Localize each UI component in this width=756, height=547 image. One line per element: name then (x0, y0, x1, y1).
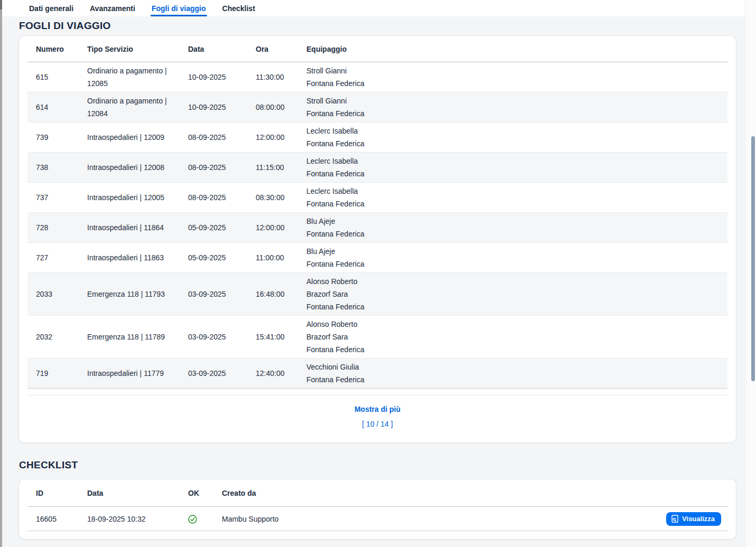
cell-data: 10-09-2025 (180, 62, 247, 92)
crew-member: Fontana Federica (306, 228, 723, 240)
cell-tipo-servizio: Ordinario a pagamento | 12085 (79, 62, 180, 92)
creato-da-text: Mambu Supporto (222, 513, 278, 525)
tab-dati-generali[interactable]: Dati generali (29, 0, 73, 16)
table-row[interactable]: 738 Intraospedalieri | 12008 08-09-2025 … (27, 152, 727, 182)
tab-avanzamenti[interactable]: Avanzamenti (90, 0, 135, 16)
cell-numero: 728 (27, 212, 79, 242)
col-header-tipo-servizio: Tipo Servizio (79, 36, 180, 62)
cell-numero: 738 (27, 152, 79, 182)
crew-member: Fontana Federica (306, 343, 723, 356)
checklist-card: ID Data OK Creato da 16605 18-09-2025 10… (19, 479, 736, 540)
pagination-count: [ 10 / 14 ] (27, 420, 727, 428)
crew-member: Alonso Roberto (306, 275, 723, 288)
crew-member: Leclerc Isabella (306, 125, 723, 137)
table-row[interactable]: 2032 Emergenza 118 | 11789 03-09-2025 15… (27, 315, 727, 358)
show-more-button[interactable]: Mostra di più (354, 405, 400, 413)
table-row[interactable]: 614 Ordinario a pagamento | 12084 10-09-… (27, 92, 727, 122)
cell-checklist-data: 18-09-2025 10:32 (79, 507, 180, 531)
cell-ora: 15:41:00 (247, 315, 298, 358)
cell-equipaggio: Stroll GianniFontana Federica (298, 62, 727, 92)
crew-member: Blu Ajeje (306, 245, 723, 258)
cell-checklist-id: 16605 (27, 507, 79, 531)
cell-tipo-servizio: Emergenza 118 | 11789 (79, 315, 180, 358)
fogli-table: Numero Tipo Servizio Data Ora Equipaggio… (27, 36, 727, 389)
table-row[interactable]: 719 Intraospedalieri | 11779 03-09-2025 … (27, 358, 727, 388)
cell-numero: 2033 (27, 272, 79, 315)
table-row[interactable]: 737 Intraospedalieri | 12005 08-09-2025 … (27, 182, 727, 212)
cell-equipaggio: Blu AjejeFontana Federica (298, 212, 727, 242)
cell-ora: 12:00:00 (247, 122, 298, 152)
fogli-section-title: FOGLI DI VIAGGIO (19, 20, 745, 32)
col-header-ok: OK (180, 479, 213, 507)
crew-member: Fontana Federica (306, 197, 723, 210)
tab-bar: Dati generali Avanzamenti Fogli di viagg… (2, 0, 745, 16)
fogli-table-footer: Mostra di più [ 10 / 14 ] (27, 395, 727, 442)
visualizza-button-label: Visualizza (682, 515, 715, 523)
document-search-icon (671, 515, 678, 523)
cell-tipo-servizio: Intraospedalieri | 11779 (79, 358, 180, 388)
cell-tipo-servizio: Intraospedalieri | 11863 (79, 242, 180, 272)
cell-equipaggio: Leclerc IsabellaFontana Federica (298, 152, 727, 182)
fogli-table-body: 615 Ordinario a pagamento | 12085 10-09-… (27, 62, 727, 388)
cell-tipo-servizio: Ordinario a pagamento | 12084 (79, 92, 180, 122)
cell-tipo-servizio: Intraospedalieri | 12009 (79, 122, 180, 152)
crew-member: Fontana Federica (306, 77, 723, 90)
cell-equipaggio: Vecchioni GiuliaFontana Federica (298, 358, 727, 388)
cell-equipaggio: Alonso RobertoBrazorf SaraFontana Federi… (298, 272, 727, 315)
cell-data: 10-09-2025 (180, 92, 247, 122)
cell-equipaggio: Leclerc IsabellaFontana Federica (298, 122, 727, 152)
table-row[interactable]: 727 Intraospedalieri | 11863 05-09-2025 … (27, 242, 727, 272)
visualizza-button[interactable]: Visualizza (666, 512, 721, 526)
cell-tipo-servizio: Intraospedalieri | 11864 (79, 212, 180, 242)
page-content: FOGLI DI VIAGGIO Numero Tipo Servizio Da… (2, 16, 745, 547)
cell-data: 08-09-2025 (180, 152, 247, 182)
table-row[interactable]: 728 Intraospedalieri | 11864 05-09-2025 … (27, 212, 727, 242)
cell-data: 08-09-2025 (180, 122, 247, 152)
crew-member: Leclerc Isabella (306, 155, 723, 167)
cell-numero: 614 (27, 92, 79, 122)
crew-member: Vecchioni Giulia (306, 361, 723, 373)
tab-fogli-di-viaggio[interactable]: Fogli di viaggio (152, 0, 206, 16)
crew-member: Blu Ajeje (306, 215, 723, 228)
crew-member: Fontana Federica (306, 137, 723, 150)
cell-checklist-ok (180, 507, 213, 531)
vertical-scrollbar-thumb[interactable] (751, 136, 755, 381)
cell-equipaggio: Alonso RobertoBrazorf SaraFontana Federi… (298, 315, 727, 358)
cell-data: 05-09-2025 (180, 242, 247, 272)
table-row[interactable]: 2033 Emergenza 118 | 11793 03-09-2025 16… (27, 272, 727, 315)
checklist-card-padding (19, 531, 736, 539)
crew-member: Fontana Federica (306, 258, 723, 270)
cell-numero: 719 (27, 358, 79, 388)
table-row[interactable]: 739 Intraospedalieri | 12009 08-09-2025 … (27, 122, 727, 152)
crew-member: Fontana Federica (306, 373, 723, 386)
window-left-edge (0, 0, 2, 547)
col-header-id: ID (27, 479, 79, 507)
table-row[interactable]: 615 Ordinario a pagamento | 12085 10-09-… (27, 62, 727, 92)
cell-equipaggio: Leclerc IsabellaFontana Federica (298, 182, 727, 212)
crew-member: Fontana Federica (306, 300, 723, 313)
vertical-scrollbar-track[interactable] (745, 0, 756, 547)
cell-numero: 737 (27, 182, 79, 212)
cell-numero: 2032 (27, 315, 79, 358)
tab-checklist[interactable]: Checklist (222, 0, 255, 16)
cell-tipo-servizio: Intraospedalieri | 12005 (79, 182, 180, 212)
checklist-row[interactable]: 16605 18-09-2025 10:32 Mambu Supporto (27, 507, 727, 531)
checklist-section-title: CHECKLIST (19, 459, 745, 471)
cell-data: 05-09-2025 (180, 212, 247, 242)
cell-ora: 11:30:00 (247, 62, 298, 92)
crew-member: Stroll Gianni (306, 64, 723, 77)
col-header-checklist-data: Data (79, 479, 180, 507)
crew-member: Fontana Federica (306, 107, 723, 120)
crew-member: Fontana Federica (306, 167, 723, 180)
crew-member: Stroll Gianni (306, 95, 723, 107)
col-header-numero: Numero (27, 36, 79, 62)
crew-member: Leclerc Isabella (306, 185, 723, 197)
cell-ora: 08:00:00 (247, 92, 298, 122)
crew-member: Brazorf Sara (306, 288, 723, 300)
ok-check-icon (188, 515, 197, 524)
cell-ora: 12:00:00 (247, 212, 298, 242)
cell-data: 03-09-2025 (180, 315, 247, 358)
cell-ora: 08:30:00 (247, 182, 298, 212)
fogli-card: Numero Tipo Servizio Data Ora Equipaggio… (19, 36, 736, 442)
cell-tipo-servizio: Emergenza 118 | 11793 (79, 272, 180, 315)
